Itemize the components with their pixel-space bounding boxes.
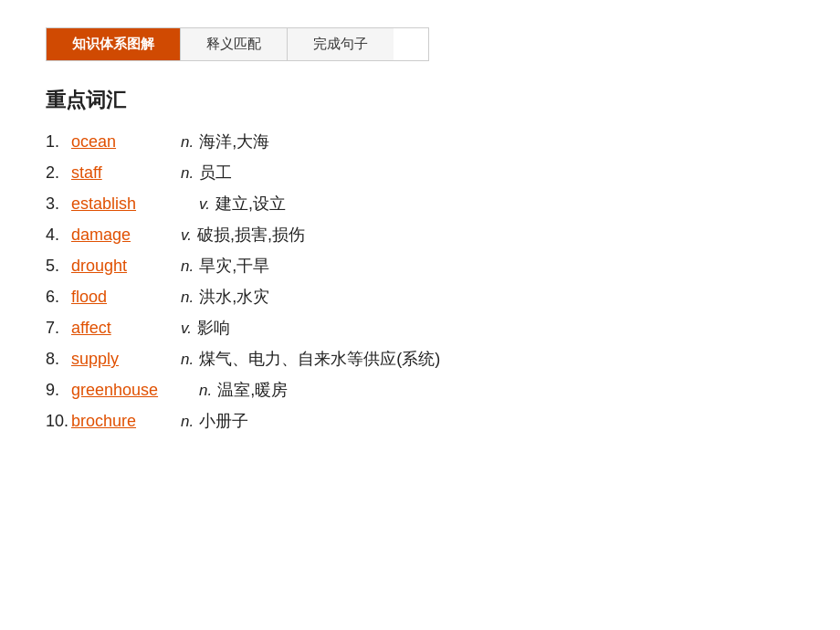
vocab-word: affect xyxy=(71,319,181,338)
vocab-item: 4.damagev.破损,损害,损伤 xyxy=(46,224,840,246)
vocab-pos: n. xyxy=(181,164,194,183)
vocab-pos: v. xyxy=(181,320,192,338)
tab-bar: 知识体系图解 释义匹配 完成句子 xyxy=(46,27,429,61)
vocab-number: 5. xyxy=(46,257,71,276)
vocab-item: 3.establishv.建立,设立 xyxy=(46,193,840,215)
vocab-item: 6.floodn.洪水,水灾 xyxy=(46,286,840,308)
tab-complete-sentence[interactable]: 完成句子 xyxy=(288,28,394,60)
vocab-number: 6. xyxy=(46,288,71,307)
vocab-list: 1.oceann.海洋,大海2.staffn.员工3.establishv.建立… xyxy=(46,131,840,432)
vocab-pos: n. xyxy=(181,133,194,152)
vocab-number: 9. xyxy=(46,381,71,400)
vocab-definition: 海洋,大海 xyxy=(199,131,269,152)
vocab-pos: n. xyxy=(181,289,194,307)
vocab-definition: 影响 xyxy=(197,317,230,339)
vocab-item: 1.oceann.海洋,大海 xyxy=(46,131,840,152)
vocab-item: 2.staffn.员工 xyxy=(46,162,840,184)
vocab-definition: 破损,损害,损伤 xyxy=(197,224,305,246)
vocab-definition: 建立,设立 xyxy=(215,193,286,215)
vocab-number: 7. xyxy=(46,319,71,338)
vocab-word: ocean xyxy=(71,132,181,152)
vocab-number: 4. xyxy=(46,226,71,245)
vocab-definition: 员工 xyxy=(199,162,232,184)
vocab-pos: v. xyxy=(181,226,192,245)
vocab-number: 3. xyxy=(46,194,71,214)
vocab-number: 10. xyxy=(46,412,71,431)
vocab-item: 10.brochuren.小册子 xyxy=(46,410,840,432)
tab-definition-match[interactable]: 释义匹配 xyxy=(181,28,288,60)
vocab-definition: 温室,暖房 xyxy=(217,379,288,401)
vocab-word: staff xyxy=(71,163,181,183)
vocab-pos: n. xyxy=(181,351,194,369)
tab-knowledge-map[interactable]: 知识体系图解 xyxy=(47,28,181,60)
vocab-definition: 煤气、电力、自来水等供应(系统) xyxy=(199,348,440,370)
vocab-item: 9.greenhousen.温室,暖房 xyxy=(46,379,840,401)
vocab-definition: 洪水,水灾 xyxy=(199,286,269,308)
vocab-pos: n. xyxy=(181,257,194,276)
vocab-pos: n. xyxy=(181,413,194,431)
vocab-word: brochure xyxy=(71,412,181,431)
vocab-item: 7.affectv.影响 xyxy=(46,317,840,339)
vocab-word: drought xyxy=(71,257,181,276)
vocab-number: 2. xyxy=(46,163,71,183)
vocab-word: damage xyxy=(71,226,181,245)
vocab-pos: v. xyxy=(199,195,210,214)
vocab-item: 5.droughtn.旱灾,干旱 xyxy=(46,255,840,277)
vocab-number: 8. xyxy=(46,350,71,369)
vocab-word: supply xyxy=(71,350,181,369)
vocab-number: 1. xyxy=(46,132,71,152)
vocab-word: greenhouse xyxy=(71,381,199,400)
vocab-item: 8.supplyn.煤气、电力、自来水等供应(系统) xyxy=(46,348,840,370)
vocab-definition: 旱灾,干旱 xyxy=(199,255,269,277)
vocab-word: establish xyxy=(71,194,199,214)
vocab-pos: n. xyxy=(199,382,212,400)
vocab-word: flood xyxy=(71,288,181,307)
vocab-definition: 小册子 xyxy=(199,410,248,432)
section-title: 重点词汇 xyxy=(46,87,840,114)
